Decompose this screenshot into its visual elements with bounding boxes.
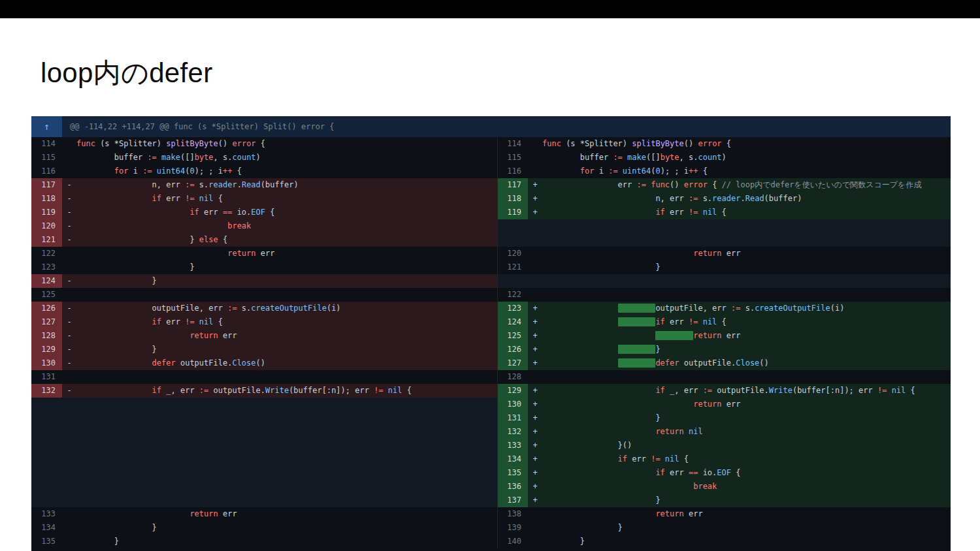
diff-row: 117- n, err := s.reader.Read(buffer)117+… <box>31 178 951 192</box>
line-number[interactable]: 114 <box>31 137 62 151</box>
diff-marker: + <box>528 356 542 370</box>
line-number[interactable]: 122 <box>497 288 528 302</box>
line-number[interactable]: 133 <box>497 439 528 452</box>
line-number[interactable]: 115 <box>31 151 62 165</box>
code-line: } else { <box>76 233 497 247</box>
line-number[interactable]: 120 <box>497 247 528 260</box>
code-line: if err != nil { <box>76 315 497 329</box>
diff-marker: + <box>528 398 542 411</box>
line-number <box>497 219 528 233</box>
line-number[interactable]: 126 <box>497 343 528 356</box>
diff-marker <box>528 535 542 548</box>
diff-row: 130- defer outputFile.Close()127+ defer … <box>31 356 951 370</box>
line-number[interactable]: 132 <box>497 425 528 439</box>
line-number[interactable]: 124 <box>31 274 62 288</box>
line-number[interactable]: 136 <box>497 480 528 494</box>
line-number[interactable]: 125 <box>31 288 62 302</box>
diff-marker: + <box>528 425 542 439</box>
line-number[interactable]: 118 <box>497 192 528 206</box>
line-number[interactable]: 121 <box>497 260 528 274</box>
page-title: loop内のdefer <box>41 55 212 91</box>
line-number[interactable]: 124 <box>497 315 528 329</box>
line-number[interactable]: 120 <box>31 219 62 233</box>
line-number[interactable]: 126 <box>31 302 62 315</box>
line-number[interactable]: 117 <box>31 178 62 192</box>
line-number[interactable]: 123 <box>31 260 62 274</box>
diff-row: 132- if _, err := outputFile.Write(buffe… <box>31 384 951 398</box>
line-number[interactable]: 132 <box>31 384 62 398</box>
diff-row: 121- } else { <box>31 233 951 247</box>
code-line: } <box>76 535 497 548</box>
code-line: return nil <box>542 425 951 439</box>
code-line: for i := uint64(0); ; i++ { <box>76 165 497 178</box>
line-number[interactable]: 130 <box>497 398 528 411</box>
diff-marker <box>528 137 542 151</box>
code-line <box>542 219 951 233</box>
diff-marker: + <box>528 178 542 192</box>
line-number <box>31 466 62 480</box>
diff-marker <box>62 480 76 494</box>
diff-marker <box>62 452 76 466</box>
line-number[interactable]: 129 <box>31 343 62 356</box>
line-number[interactable]: 131 <box>497 411 528 425</box>
line-number[interactable]: 119 <box>497 206 528 219</box>
diff-marker <box>62 411 76 425</box>
code-line <box>76 370 497 384</box>
diff-marker: - <box>62 219 76 233</box>
diff-marker <box>528 151 542 165</box>
code-line: if err == io.EOF { <box>542 466 951 480</box>
diff-marker: - <box>62 356 76 370</box>
line-number[interactable]: 121 <box>31 233 62 247</box>
line-number[interactable]: 138 <box>497 507 528 521</box>
diff-marker: + <box>528 452 542 466</box>
diff-row: 119- if err == io.EOF {119+ if err != ni… <box>31 206 951 219</box>
diff-marker <box>62 494 76 507</box>
line-number[interactable]: 114 <box>497 137 528 151</box>
code-line: defer outputFile.Close() <box>76 356 497 370</box>
diff-marker <box>62 439 76 452</box>
line-number[interactable]: 116 <box>31 165 62 178</box>
line-number[interactable]: 133 <box>31 507 62 521</box>
line-number[interactable]: 122 <box>31 247 62 260</box>
line-number[interactable]: 135 <box>31 535 62 548</box>
expand-diff-button[interactable]: ↑ <box>31 116 62 137</box>
line-number[interactable]: 127 <box>31 315 62 329</box>
line-number[interactable]: 128 <box>31 329 62 343</box>
line-number[interactable]: 118 <box>31 192 62 206</box>
code-line: return err <box>542 507 951 521</box>
line-number[interactable]: 127 <box>497 356 528 370</box>
code-line: buffer := make([]byte, s.count) <box>76 151 497 165</box>
code-line: return err <box>76 507 497 521</box>
line-number[interactable]: 129 <box>497 384 528 398</box>
code-line: } <box>542 343 951 356</box>
line-number[interactable]: 119 <box>31 206 62 219</box>
diff-row: 131128 <box>31 370 951 384</box>
line-number[interactable]: 137 <box>497 494 528 507</box>
diff-marker <box>528 219 542 233</box>
line-number[interactable]: 135 <box>497 466 528 480</box>
code-line: return err <box>542 247 951 260</box>
code-line: if err != nil { <box>542 315 951 329</box>
line-number[interactable]: 115 <box>497 151 528 165</box>
diff-row: 135+ if err == io.EOF { <box>31 466 951 480</box>
line-number[interactable]: 117 <box>497 178 528 192</box>
code-line <box>76 494 497 507</box>
line-number[interactable]: 123 <box>497 302 528 315</box>
line-number[interactable]: 134 <box>31 521 62 535</box>
line-number[interactable]: 130 <box>31 356 62 370</box>
line-number[interactable]: 131 <box>31 370 62 384</box>
line-number[interactable]: 116 <box>497 165 528 178</box>
code-line: } <box>76 274 497 288</box>
diff-marker <box>528 521 542 535</box>
line-number[interactable]: 134 <box>497 452 528 466</box>
line-number[interactable]: 125 <box>497 329 528 343</box>
line-number[interactable]: 140 <box>497 535 528 548</box>
diff-marker <box>528 370 542 384</box>
code-line: return err <box>542 398 951 411</box>
diff-row: 133 return err138 return err <box>31 507 951 521</box>
line-number[interactable]: 139 <box>497 521 528 535</box>
line-number[interactable]: 128 <box>497 370 528 384</box>
diff-marker <box>62 535 76 548</box>
code-line: return err <box>76 247 497 260</box>
diff-marker <box>528 507 542 521</box>
